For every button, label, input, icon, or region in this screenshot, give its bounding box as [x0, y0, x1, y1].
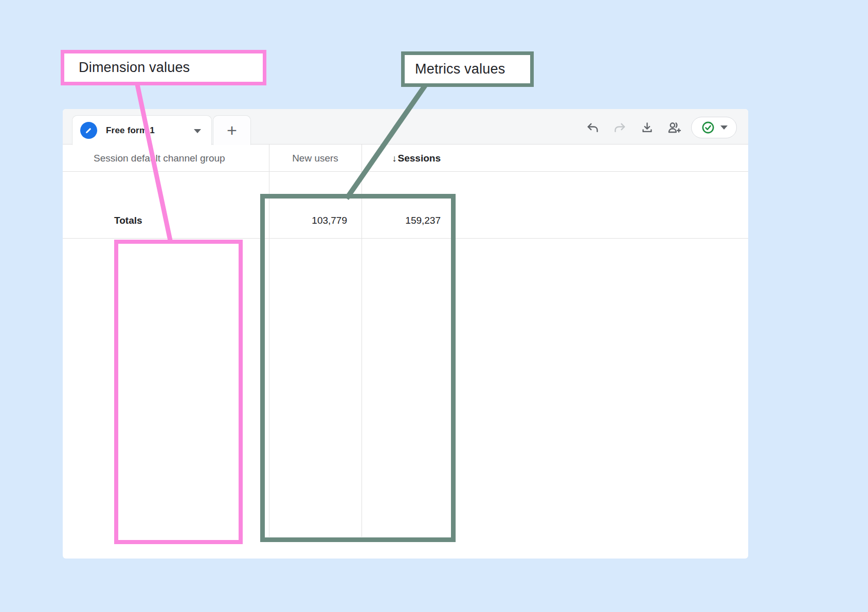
- share-users-button[interactable]: [664, 117, 684, 138]
- table-header: Session default channel group New users …: [63, 145, 748, 172]
- tab-bar: Free form 1 +: [63, 109, 748, 145]
- toolbar: [582, 116, 737, 139]
- dimension-values-callout-label: Dimension values: [79, 60, 190, 76]
- totals-label: Totals: [114, 215, 142, 226]
- dimension-column-header[interactable]: Session default channel group: [94, 145, 225, 172]
- new-users-column-header[interactable]: New users: [269, 145, 361, 172]
- plus-icon: +: [227, 120, 237, 140]
- add-tab-button[interactable]: +: [213, 115, 251, 145]
- metrics-values-callout-label: Metrics values: [415, 61, 505, 77]
- dimension-values-highlight-box: [114, 240, 243, 544]
- undo-icon: [586, 121, 600, 135]
- redo-icon: [613, 121, 627, 135]
- redo-button[interactable]: [609, 117, 630, 138]
- sessions-column-header[interactable]: ↓Sessions: [361, 145, 454, 172]
- status-approved-button[interactable]: [691, 117, 737, 138]
- sort-descending-icon: ↓: [392, 153, 397, 164]
- tab-dropdown-caret-icon[interactable]: [194, 129, 201, 133]
- edit-pencil-icon: [80, 122, 97, 139]
- metrics-values-highlight-box: [260, 194, 456, 542]
- dropdown-caret-icon: [720, 125, 728, 130]
- tab-free-form-1[interactable]: Free form 1: [72, 115, 212, 145]
- check-circle-icon: [701, 120, 715, 135]
- person-add-icon: [667, 120, 682, 135]
- tab-label: Free form 1: [106, 125, 155, 136]
- metrics-values-callout: Metrics values: [401, 51, 534, 87]
- dimension-values-callout: Dimension values: [61, 50, 266, 85]
- download-button[interactable]: [637, 117, 657, 138]
- download-icon: [640, 121, 654, 135]
- undo-button[interactable]: [582, 117, 603, 138]
